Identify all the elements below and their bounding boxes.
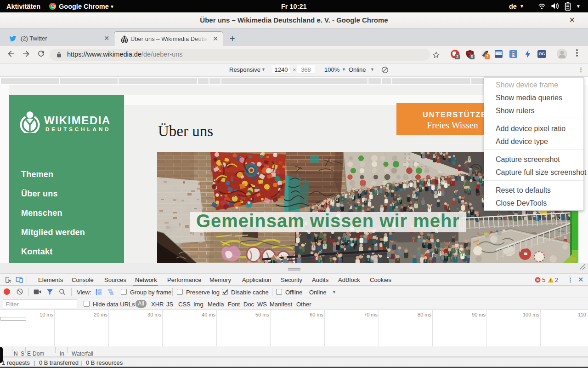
svg-text:Gemeinsam wissen wir mehr: Gemeinsam wissen wir mehr bbox=[196, 211, 460, 231]
